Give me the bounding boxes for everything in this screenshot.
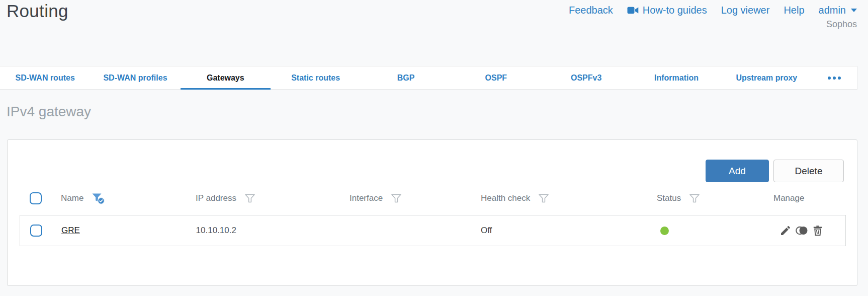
page-title: Routing [7, 1, 68, 21]
gateway-card: Add Delete Name IP address Interface [7, 139, 857, 286]
interface-filter-icon[interactable] [391, 193, 402, 204]
health-check-filter-icon[interactable] [538, 193, 549, 204]
log-viewer-link[interactable]: Log viewer [721, 5, 770, 16]
brand-label: Sophos [826, 19, 857, 30]
tab-static-routes[interactable]: Static routes [271, 66, 361, 89]
tab-gateways[interactable]: Gateways [181, 66, 271, 89]
ip-address-filter-icon[interactable] [244, 193, 255, 204]
toolbar: Add Delete [706, 160, 844, 182]
feedback-link[interactable]: Feedback [569, 5, 613, 16]
gateway-name-link[interactable]: GRE [61, 226, 80, 236]
gateway-ip-address: 10.10.10.2 [196, 226, 236, 236]
status-filter-icon[interactable] [689, 193, 700, 204]
column-header-ip-address: IP address [196, 193, 236, 203]
tab-ospfv3[interactable]: OSPFv3 [541, 66, 631, 89]
user-menu-label: admin [819, 5, 846, 16]
chevron-down-icon [851, 9, 857, 12]
tab-sd-wan-routes[interactable]: SD-WAN routes [0, 66, 90, 89]
help-link[interactable]: Help [784, 5, 804, 16]
select-all-checkbox[interactable] [30, 192, 42, 204]
tab-upstream-proxy[interactable]: Upstream proxy [722, 66, 812, 89]
table-header: Name IP address Interface Health check [20, 188, 846, 208]
edit-pencil-icon[interactable] [779, 225, 792, 237]
header-links: Feedback How-to guides Log viewer Help a… [569, 5, 857, 16]
name-filter-active-icon[interactable] [92, 192, 105, 205]
log-viewer-label: Log viewer [721, 5, 770, 16]
gateway-health-check: Off [481, 226, 492, 236]
delete-button[interactable]: Delete [773, 160, 844, 182]
column-header-interface: Interface [350, 193, 383, 203]
tab-information[interactable]: Information [631, 66, 721, 89]
more-tabs-ellipsis-icon[interactable] [812, 66, 857, 89]
help-label: Help [784, 5, 804, 16]
table-row: GRE 10.10.10.2 Off [20, 215, 846, 246]
tab-ospf[interactable]: OSPF [451, 66, 541, 89]
feedback-link-label: Feedback [569, 5, 613, 16]
column-header-manage: Manage [773, 193, 804, 203]
tab-bar: SD-WAN routes SD-WAN profiles Gateways S… [0, 66, 857, 90]
howto-guides-link[interactable]: How-to guides [627, 5, 707, 16]
add-button[interactable]: Add [706, 160, 769, 182]
video-camera-icon [627, 7, 639, 14]
delete-trash-icon[interactable] [812, 225, 824, 237]
howto-guides-label: How-to guides [643, 5, 707, 16]
section-heading: IPv4 gateway [7, 104, 91, 120]
column-header-status: Status [657, 193, 681, 203]
column-header-name: Name [61, 193, 83, 203]
status-indicator-green [660, 227, 669, 235]
user-menu[interactable]: admin [819, 5, 857, 16]
column-header-health-check: Health check [481, 193, 530, 203]
tab-bgp[interactable]: BGP [361, 66, 451, 89]
manage-actions [779, 225, 824, 237]
tab-sd-wan-profiles[interactable]: SD-WAN profiles [90, 66, 180, 89]
clone-icon[interactable] [795, 225, 808, 237]
row-checkbox[interactable] [30, 225, 42, 237]
